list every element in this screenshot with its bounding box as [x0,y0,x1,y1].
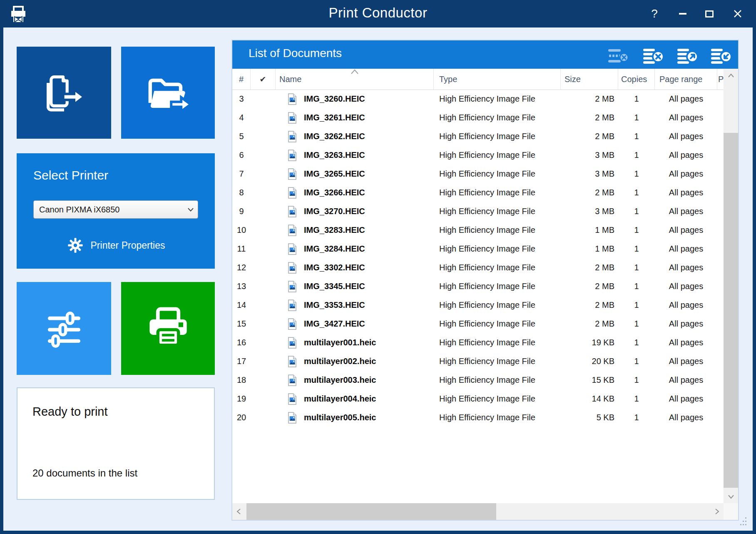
row-copies[interactable]: 1 [618,314,655,333]
column-header-page-range[interactable]: Page range [655,69,717,90]
row-check-cell[interactable] [251,314,276,333]
table-row[interactable]: 8IMG_3266.HEICHigh Efficiency Image File… [232,183,724,202]
row-file-name[interactable]: multilayer003.heic [276,371,434,389]
column-header-size[interactable]: Size [561,69,618,90]
settings-button[interactable] [17,282,111,375]
scroll-right-arrow-icon[interactable] [711,503,724,520]
horizontal-scrollbar[interactable] [232,503,724,520]
table-row[interactable]: 3IMG_3260.HEICHigh Efficiency Image File… [232,90,724,108]
help-button[interactable]: ? [643,0,666,27]
row-copies[interactable]: 1 [618,240,655,258]
vertical-scrollbar[interactable] [724,69,738,503]
row-check-cell[interactable] [251,146,276,165]
row-copies[interactable]: 1 [618,371,655,389]
table-row[interactable]: 7IMG_3265.HEICHigh Efficiency Image File… [232,165,724,183]
row-file-name[interactable]: IMG_3262.HEIC [276,127,434,146]
row-page-range[interactable]: All pages [655,314,717,333]
row-copies[interactable]: 1 [618,90,655,108]
save-list-button[interactable] [676,47,699,64]
table-row[interactable]: 4IMG_3261.HEICHigh Efficiency Image File… [232,108,724,127]
row-file-name[interactable]: multilayer002.heic [276,352,434,371]
row-copies[interactable]: 1 [618,296,655,314]
row-check-cell[interactable] [251,258,276,277]
row-page-range[interactable]: All pages [655,258,717,277]
row-file-name[interactable]: multilayer005.heic [276,408,434,427]
row-copies[interactable]: 1 [618,333,655,352]
row-file-name[interactable]: IMG_3283.HEIC [276,221,434,240]
row-file-name[interactable]: IMG_3265.HEIC [276,165,434,183]
row-page-range[interactable]: All pages [655,240,717,258]
row-check-cell[interactable] [251,371,276,389]
row-page-range[interactable]: All pages [655,108,717,127]
row-copies[interactable]: 1 [618,183,655,202]
table-row[interactable]: 19multilayer004.heicHigh Efficiency Imag… [232,389,724,408]
row-check-cell[interactable] [251,221,276,240]
remove-selected-button[interactable] [607,47,630,64]
row-page-range[interactable]: All pages [655,221,717,240]
row-file-name[interactable]: IMG_3261.HEIC [276,108,434,127]
print-all-button[interactable] [121,282,215,375]
table-row[interactable]: 6IMG_3263.HEICHigh Efficiency Image File… [232,146,724,165]
horizontal-scrollbar-thumb[interactable] [246,503,496,520]
row-copies[interactable]: 1 [618,221,655,240]
row-file-name[interactable]: IMG_3345.HEIC [276,277,434,296]
row-file-name[interactable]: multilayer004.heic [276,389,434,408]
clear-list-button[interactable] [642,47,665,64]
minimize-button[interactable] [671,0,694,27]
column-header-check[interactable]: ✔ [251,69,276,90]
row-copies[interactable]: 1 [618,408,655,427]
row-page-range[interactable]: All pages [655,146,717,165]
row-check-cell[interactable] [251,240,276,258]
row-page-range[interactable]: All pages [655,127,717,146]
row-file-name[interactable]: IMG_3302.HEIC [276,258,434,277]
printer-properties-button[interactable]: Printer Properties [17,235,215,256]
row-page-range[interactable]: All pages [655,333,717,352]
row-check-cell[interactable] [251,352,276,371]
row-check-cell[interactable] [251,127,276,146]
add-folder-button[interactable] [121,47,215,139]
row-check-cell[interactable] [251,90,276,108]
table-row[interactable]: 15IMG_3427.HEICHigh Efficiency Image Fil… [232,314,724,333]
row-copies[interactable]: 1 [618,389,655,408]
add-documents-button[interactable] [17,47,111,139]
row-copies[interactable]: 1 [618,127,655,146]
row-copies[interactable]: 1 [618,258,655,277]
row-check-cell[interactable] [251,202,276,221]
table-row[interactable]: 16multilayer001.heicHigh Efficiency Imag… [232,333,724,352]
row-copies[interactable]: 1 [618,277,655,296]
row-copies[interactable]: 1 [618,146,655,165]
row-file-name[interactable]: IMG_3353.HEIC [276,296,434,314]
row-page-range[interactable]: All pages [655,371,717,389]
close-button[interactable] [726,0,749,27]
row-check-cell[interactable] [251,296,276,314]
table-row[interactable]: 5IMG_3262.HEICHigh Efficiency Image File… [232,127,724,146]
row-copies[interactable]: 1 [618,202,655,221]
row-copies[interactable]: 1 [618,352,655,371]
table-row[interactable]: 12IMG_3302.HEICHigh Efficiency Image Fil… [232,258,724,277]
row-check-cell[interactable] [251,108,276,127]
row-page-range[interactable]: All pages [655,202,717,221]
row-file-name[interactable]: IMG_3260.HEIC [276,90,434,108]
row-file-name[interactable]: IMG_3427.HEIC [276,314,434,333]
scroll-down-arrow-icon[interactable] [724,491,738,503]
row-check-cell[interactable] [251,389,276,408]
row-file-name[interactable]: IMG_3266.HEIC [276,183,434,202]
row-check-cell[interactable] [251,165,276,183]
table-row[interactable]: 9IMG_3270.HEICHigh Efficiency Image File… [232,202,724,221]
row-page-range[interactable]: All pages [655,277,717,296]
row-file-name[interactable]: IMG_3284.HEIC [276,240,434,258]
scroll-up-arrow-icon[interactable] [724,69,738,82]
row-check-cell[interactable] [251,408,276,427]
row-page-range[interactable]: All pages [655,90,717,108]
vertical-scrollbar-thumb[interactable] [724,133,738,488]
row-file-name[interactable]: IMG_3270.HEIC [276,202,434,221]
column-header-type[interactable]: Type [434,69,561,90]
table-row[interactable]: 18multilayer003.heicHigh Efficiency Imag… [232,371,724,389]
printer-select[interactable]: Canon PIXMA iX6850 [33,200,198,219]
table-row[interactable]: 14IMG_3353.HEICHigh Efficiency Image Fil… [232,296,724,314]
row-check-cell[interactable] [251,277,276,296]
table-row[interactable]: 13IMG_3345.HEICHigh Efficiency Image Fil… [232,277,724,296]
maximize-button[interactable] [698,0,721,27]
resize-grip[interactable] [737,517,748,527]
column-header-copies[interactable]: Copies [618,69,655,90]
